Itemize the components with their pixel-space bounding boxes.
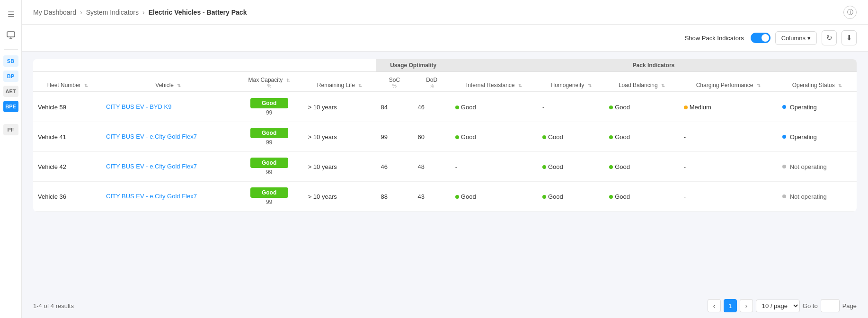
th-remaining-life: Remaining Life ⇅	[303, 72, 376, 92]
vehicle-link[interactable]: CITY BUS EV - e.City Gold Flex7	[106, 162, 230, 171]
cell-max-capacity: Good 99	[235, 152, 303, 182]
cell-max-capacity: Good 99	[235, 92, 303, 122]
cell-remaining-life: > 10 years	[303, 122, 376, 152]
sort-icon-remaining-life[interactable]: ⇅	[358, 83, 362, 88]
breadcrumb-section[interactable]: System Indicators	[86, 9, 139, 16]
refresh-button[interactable]: ↻	[822, 30, 837, 45]
sort-icon-charging-performance[interactable]: ⇅	[757, 83, 761, 88]
columns-button[interactable]: Columns ▾	[775, 31, 817, 45]
status-dot-good	[455, 106, 459, 109]
vehicle-link[interactable]: CITY BUS EV - e.City Gold Flex7	[106, 192, 230, 201]
cell-charging-performance: Medium	[679, 92, 778, 122]
download-button[interactable]: ⬇	[841, 30, 857, 45]
per-page-select[interactable]: 10 / page 20 / page 50 / page	[756, 300, 800, 312]
cell-dod: 46	[413, 92, 451, 122]
cell-soc: 99	[376, 122, 413, 152]
header-actions: ⓘ	[843, 6, 857, 19]
operating-status-badge: Not operating	[782, 163, 852, 170]
cell-charging-performance: -	[679, 182, 778, 212]
capacity-value: 99	[240, 109, 299, 116]
table-row: Vehicle 36 CITY BUS EV - e.City Gold Fle…	[33, 182, 857, 212]
sidebar-item-bp[interactable]: BP	[3, 71, 18, 82]
pagination: ‹ 1 › 10 / page 20 / page 50 / page Go t…	[708, 299, 857, 312]
cell-soc: 46	[376, 152, 413, 182]
table-container: Usage Optimality Pack Indicators Fleet N…	[22, 52, 868, 293]
status-dot-gray	[782, 165, 786, 168]
table-footer: 1-4 of 4 results ‹ 1 › 10 / page 20 / pa…	[22, 293, 868, 318]
main-content: My Dashboard › System Indicators › Elect…	[22, 0, 868, 318]
sort-icon-max-capacity[interactable]: ⇅	[286, 78, 290, 83]
sidebar-item-sb[interactable]: SB	[3, 55, 18, 67]
cell-soc: 88	[376, 182, 413, 212]
cell-fleet-number: Vehicle 36	[33, 182, 101, 212]
info-icon[interactable]: ⓘ	[843, 6, 857, 19]
breadcrumb-current: Electric Vehicles - Battery Pack	[149, 9, 247, 16]
sort-icon-fleet[interactable]: ⇅	[84, 83, 88, 88]
table-body: Vehicle 59 CITY BUS EV - BYD K9 Good 99 …	[33, 92, 857, 212]
next-page-button[interactable]: ›	[740, 299, 753, 312]
th-load-balancing: Load Balancing ⇅	[604, 72, 679, 92]
status-dot-good	[609, 195, 613, 199]
cell-homogeneity: Good	[538, 182, 604, 212]
sidebar-item-pf[interactable]: PF	[3, 124, 18, 135]
cell-soc: 84	[376, 92, 413, 122]
page-1-button[interactable]: 1	[724, 299, 737, 312]
cell-load-balancing: Good	[604, 92, 679, 122]
group-header-row: Usage Optimality Pack Indicators	[33, 59, 857, 72]
sort-icon-internal-resistance[interactable]: ⇅	[518, 83, 522, 88]
cell-vehicle: CITY BUS EV - e.City Gold Flex7	[101, 152, 235, 182]
toolbar: Show Pack Indicators Columns ▾ ↻ ⬇	[22, 25, 868, 52]
group-pack-indicators: Pack Indicators	[451, 59, 857, 72]
status-dot-blue	[782, 105, 786, 109]
status-dot-blue	[782, 135, 786, 139]
cell-max-capacity: Good 99	[235, 182, 303, 212]
capacity-badge: Good	[250, 128, 288, 138]
status-dot-good	[542, 195, 546, 199]
sort-icon-operating-status[interactable]: ⇅	[838, 83, 842, 88]
cell-charging-performance: -	[679, 152, 778, 182]
cell-dod: 60	[413, 122, 451, 152]
sidebar-item-aet[interactable]: AET	[3, 86, 18, 97]
vehicle-link[interactable]: CITY BUS EV - e.City Gold Flex7	[106, 132, 230, 141]
cell-internal-resistance: Good	[451, 92, 538, 122]
cell-fleet-number: Vehicle 41	[33, 122, 101, 152]
show-pack-toggle[interactable]	[751, 33, 771, 43]
th-vehicle: Vehicle ⇅	[101, 72, 235, 92]
sidebar-item-bpe[interactable]: BPE	[3, 101, 18, 112]
goto-input[interactable]	[821, 299, 840, 312]
th-charging-performance: Charging Performance ⇅	[679, 72, 778, 92]
cell-homogeneity: Good	[538, 152, 604, 182]
capacity-badge: Good	[250, 158, 288, 168]
sort-icon-vehicle[interactable]: ⇅	[177, 83, 181, 88]
cell-vehicle: CITY BUS EV - BYD K9	[101, 92, 235, 122]
table-row: Vehicle 41 CITY BUS EV - e.City Gold Fle…	[33, 122, 857, 152]
status-dot-good	[609, 106, 613, 109]
breadcrumb-sep-2: ›	[142, 9, 145, 16]
capacity-badge: Good	[250, 187, 288, 198]
cell-remaining-life: > 10 years	[303, 182, 376, 212]
results-text: 1-4 of 4 results	[33, 302, 74, 309]
cell-fleet-number: Vehicle 59	[33, 92, 101, 122]
menu-icon[interactable]: ☰	[2, 6, 19, 23]
main-table: Usage Optimality Pack Indicators Fleet N…	[33, 59, 857, 212]
sort-icon-load-balancing[interactable]: ⇅	[661, 83, 665, 88]
vehicle-link[interactable]: CITY BUS EV - BYD K9	[106, 103, 230, 111]
group-empty	[33, 59, 376, 72]
sort-icon-homogeneity[interactable]: ⇅	[588, 83, 592, 88]
cell-load-balancing: Good	[604, 122, 679, 152]
th-internal-resistance: Internal Resistance ⇅	[451, 72, 538, 92]
sidebar-divider-1	[4, 49, 18, 50]
prev-page-button[interactable]: ‹	[708, 299, 721, 312]
cell-operating-status: Not operating	[778, 182, 857, 212]
table-row: Vehicle 42 CITY BUS EV - e.City Gold Fle…	[33, 152, 857, 182]
show-pack-label: Show Pack Indicators	[685, 35, 744, 42]
cell-internal-resistance: Good	[451, 182, 538, 212]
sidebar: ☰ SB BP AET BPE PF	[0, 0, 22, 318]
cell-operating-status: Operating	[778, 122, 857, 152]
status-dot-good	[542, 165, 546, 169]
breadcrumb-home[interactable]: My Dashboard	[33, 9, 76, 16]
status-dot-good	[455, 195, 459, 199]
monitor-icon[interactable]	[2, 26, 19, 44]
operating-status-badge: Operating	[782, 133, 852, 141]
status-dot-good	[542, 135, 546, 139]
